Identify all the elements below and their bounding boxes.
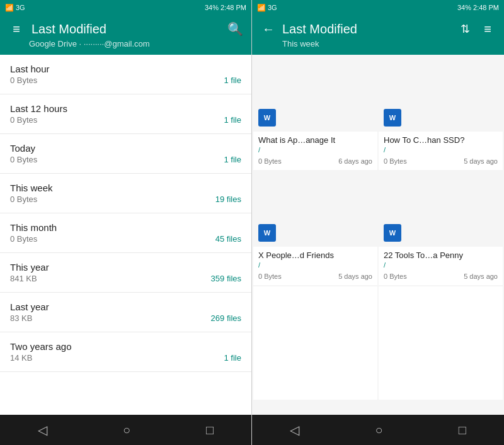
card-size: 0 Bytes (258, 157, 282, 165)
item-label: This month (10, 222, 57, 233)
card-meta: 0 Bytes 5 days ago (253, 271, 377, 285)
status-bar-2: 📶 3G 34% 2:48 PM (252, 0, 504, 15)
card-date: 6 days ago (338, 157, 372, 165)
list-item[interactable]: Last hour 0 Bytes 1 file (0, 55, 251, 94)
item-label: This year (10, 262, 49, 273)
card-meta: 0 Bytes 5 days ago (379, 271, 503, 285)
app-bar-1: ≡ Last Modified 🔍 Google Drive · ·······… (0, 15, 251, 55)
item-size: 0 Bytes (10, 234, 57, 244)
app-title-2: Last Modified (282, 22, 451, 37)
item-size: 83 KB (10, 313, 49, 323)
app-bar-2: ← Last Modified ⇅ ≡ This week (252, 15, 504, 55)
item-info: Last hour 0 Bytes (10, 64, 50, 85)
list-item[interactable]: Last 12 hours 0 Bytes 1 file (0, 94, 251, 134)
card-size: 0 Bytes (384, 157, 407, 165)
overflow-menu-icon[interactable]: ≡ (479, 20, 496, 38)
item-info: Last year 83 KB (10, 301, 49, 323)
list-item[interactable]: This month 0 Bytes 45 files (0, 213, 251, 253)
card-thumbnail: W (253, 56, 377, 132)
back-nav-icon[interactable]: ◁ (38, 422, 47, 437)
card-thumbnail: W (379, 56, 503, 132)
signal-text-2: 3G (268, 4, 277, 11)
wifi-icon: 📶 (5, 4, 14, 12)
item-size: 0 Bytes (10, 155, 37, 164)
item-size: 0 Bytes (10, 76, 50, 85)
recent-nav-icon-2[interactable]: □ (459, 423, 466, 437)
item-size: 0 Bytes (10, 194, 53, 204)
battery-text: 34% (205, 4, 219, 11)
menu-icon[interactable]: ≡ (8, 20, 25, 38)
item-label: Today (10, 143, 37, 154)
item-count: 1 file (224, 155, 241, 164)
nav-bar-1: ◁ ○ □ (0, 415, 251, 445)
list-item[interactable]: Two years ago 14 KB 1 file (0, 332, 251, 372)
card-path: / (253, 261, 377, 271)
card-path: / (379, 146, 503, 156)
card-meta: 0 Bytes 6 days ago (253, 156, 377, 170)
item-count: 1 file (224, 115, 241, 125)
list-item[interactable]: Last year 83 KB 269 files (0, 293, 251, 332)
card-date: 5 days ago (338, 273, 372, 280)
item-info: Two years ago 14 KB (10, 341, 72, 363)
doc-type-icon: W (258, 224, 276, 242)
grid-card[interactable]: W X People…d Friends / 0 Bytes 5 days ag… (253, 171, 377, 285)
search-icon[interactable]: 🔍 (226, 20, 244, 38)
back-icon[interactable]: ← (260, 20, 277, 38)
item-count: 1 file (224, 353, 241, 363)
card-path: / (379, 261, 503, 271)
doc-type-icon: W (258, 109, 276, 127)
item-info: This week 0 Bytes (10, 183, 53, 204)
item-label: Last year (10, 301, 49, 312)
recent-nav-icon[interactable]: □ (206, 423, 214, 437)
back-nav-icon-2[interactable]: ◁ (290, 422, 299, 437)
item-count: 45 files (215, 234, 241, 244)
signal-text: 3G (16, 4, 25, 11)
item-count: 19 files (215, 194, 241, 204)
card-thumbnail: W (253, 171, 377, 247)
card-title: What is Ap…anage It (253, 132, 377, 146)
signal-icon-2: 📶 (257, 4, 266, 12)
grid-card[interactable]: W What is Ap…anage It / 0 Bytes 6 days a… (253, 56, 377, 170)
time-text: 2:48 PM (220, 4, 246, 11)
list-content: Last hour 0 Bytes 1 file Last 12 hours 0… (0, 55, 251, 415)
card-size: 0 Bytes (384, 273, 407, 280)
card-date: 5 days ago (464, 157, 498, 165)
item-label: Last hour (10, 64, 50, 74)
home-nav-icon[interactable]: ○ (123, 423, 130, 437)
grid-card (379, 286, 503, 400)
card-title: 22 Tools To…a Penny (379, 247, 503, 261)
grid-content: W What is Ap…anage It / 0 Bytes 6 days a… (252, 55, 504, 415)
card-title: X People…d Friends (253, 247, 377, 261)
battery-text-2: 34% (457, 4, 471, 11)
card-thumbnail: W (379, 171, 503, 247)
list-item[interactable]: This week 0 Bytes 19 files (0, 174, 251, 213)
card-title: How To C…han SSD? (379, 132, 503, 146)
item-label: This week (10, 183, 53, 193)
phone-1: 📶 3G 34% 2:48 PM ≡ Last Modified 🔍 Googl… (0, 0, 252, 445)
grid-card[interactable]: W How To C…han SSD? / 0 Bytes 5 days ago (379, 56, 503, 170)
app-subtitle-1: Google Drive · ·········@gmail.com (8, 39, 244, 48)
card-meta: 0 Bytes 5 days ago (379, 156, 503, 170)
item-info: This month 0 Bytes (10, 222, 57, 244)
list-item[interactable]: Today 0 Bytes 1 file (0, 134, 251, 174)
item-label: Last 12 hours (10, 103, 67, 114)
sort-icon[interactable]: ⇅ (456, 20, 474, 38)
card-path: / (253, 146, 377, 156)
app-title-1: Last Modified (32, 22, 106, 37)
status-bar-1: 📶 3G 34% 2:48 PM (0, 0, 251, 15)
grid-card[interactable]: W 22 Tools To…a Penny / 0 Bytes 5 days a… (379, 171, 503, 285)
item-size: 14 KB (10, 353, 72, 363)
list-item[interactable]: This year 841 KB 359 files (0, 253, 251, 293)
item-info: This year 841 KB (10, 262, 49, 283)
item-info: Last 12 hours 0 Bytes (10, 103, 67, 125)
home-nav-icon-2[interactable]: ○ (375, 423, 382, 437)
item-count: 269 files (211, 313, 241, 323)
doc-type-icon: W (384, 224, 401, 242)
item-info: Today 0 Bytes (10, 143, 37, 164)
time-text-2: 2:48 PM (473, 4, 499, 11)
item-size: 0 Bytes (10, 115, 67, 125)
card-date: 5 days ago (464, 273, 498, 280)
card-size: 0 Bytes (258, 273, 282, 280)
app-subtitle-2: This week (260, 39, 496, 48)
phone-2: 📶 3G 34% 2:48 PM ← Last Modified ⇅ ≡ Thi… (252, 0, 504, 445)
